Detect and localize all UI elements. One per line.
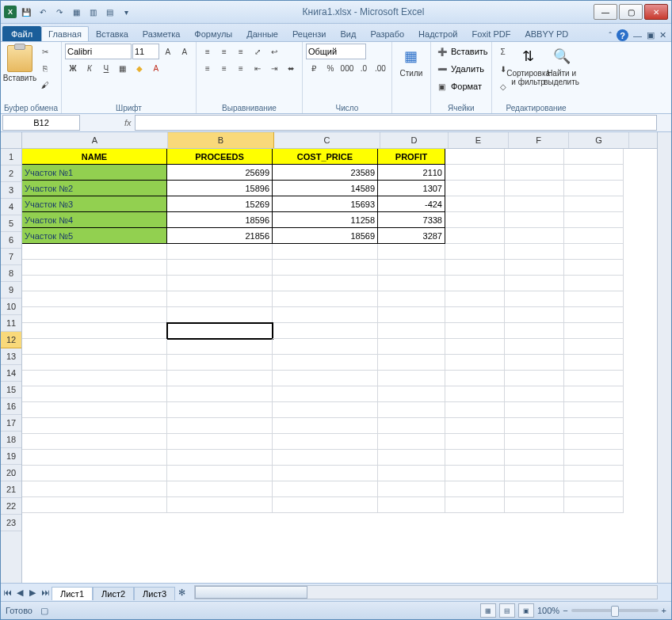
cell[interactable] (564, 244, 624, 260)
cell[interactable] (445, 181, 505, 196)
cell[interactable] (273, 466, 378, 481)
cell[interactable]: 14589 (273, 181, 378, 196)
row-header[interactable]: 18 (1, 432, 21, 448)
cell[interactable] (445, 497, 505, 513)
cell[interactable] (22, 355, 167, 371)
cell[interactable] (167, 276, 273, 291)
row-header[interactable]: 20 (1, 465, 21, 481)
zoom-slider[interactable] (571, 609, 659, 612)
cell[interactable] (167, 291, 273, 307)
cell[interactable] (505, 466, 564, 481)
cell[interactable] (564, 371, 624, 386)
row-header[interactable]: 23 (1, 515, 21, 531)
font-size-combo[interactable]: 11 (132, 44, 159, 59)
cell[interactable] (22, 402, 167, 418)
cell[interactable] (22, 497, 167, 513)
cell[interactable] (564, 497, 624, 513)
redo-icon[interactable]: ↷ (52, 5, 67, 19)
row-header[interactable]: 21 (1, 481, 21, 498)
cell[interactable] (505, 323, 564, 339)
copy-icon[interactable]: ⎘ (37, 60, 53, 76)
cell[interactable] (378, 339, 445, 355)
cell[interactable] (564, 450, 624, 466)
cell[interactable]: 25699 (167, 165, 273, 181)
cell[interactable] (445, 244, 505, 260)
cell[interactable]: 11258 (273, 212, 378, 228)
cell[interactable] (378, 450, 445, 466)
cell[interactable] (564, 418, 624, 434)
cell[interactable]: 1307 (378, 181, 445, 196)
cell[interactable]: -424 (378, 196, 445, 212)
cell[interactable] (22, 276, 167, 291)
cell[interactable] (167, 497, 273, 513)
zoom-level[interactable]: 100% (537, 606, 559, 615)
cell[interactable]: COST_PRICE (273, 149, 378, 165)
close-button[interactable]: ✕ (644, 4, 668, 20)
cell[interactable] (167, 339, 273, 355)
cell[interactable] (505, 307, 564, 323)
cell[interactable] (505, 450, 564, 466)
cell[interactable] (445, 339, 505, 355)
cell[interactable] (505, 339, 564, 355)
cell[interactable] (273, 418, 378, 434)
align-left-icon[interactable]: ≡ (200, 60, 216, 76)
cell[interactable] (445, 165, 505, 181)
cell[interactable] (564, 260, 624, 276)
qat-btn[interactable]: ▦ (69, 5, 83, 19)
view-normal-icon[interactable]: ▦ (480, 603, 496, 618)
cell[interactable] (167, 418, 273, 434)
maximize-button[interactable]: ▢ (619, 4, 643, 20)
tab-formulas[interactable]: Формулы (187, 26, 239, 41)
scroll-thumb[interactable] (195, 586, 307, 599)
cell[interactable] (445, 434, 505, 450)
tab-view[interactable]: Вид (334, 26, 364, 41)
cell[interactable] (378, 481, 445, 497)
cell[interactable] (505, 386, 564, 402)
row-header[interactable]: 5 (1, 215, 21, 232)
cell[interactable] (22, 244, 167, 260)
cell[interactable] (505, 481, 564, 497)
cell[interactable] (167, 386, 273, 402)
cell[interactable] (273, 402, 378, 418)
cell[interactable] (22, 481, 167, 497)
cell[interactable] (22, 466, 167, 481)
cell[interactable] (378, 323, 445, 339)
sheet-tab[interactable]: Лист2 (93, 587, 134, 600)
cell[interactable] (445, 196, 505, 212)
help-icon[interactable]: ? (617, 29, 628, 41)
cell[interactable] (505, 418, 564, 434)
cell[interactable] (564, 181, 624, 196)
cell[interactable] (378, 497, 445, 513)
align-top-icon[interactable]: ≡ (200, 44, 216, 59)
undo-icon[interactable]: ↶ (36, 5, 50, 19)
cell[interactable] (378, 260, 445, 276)
cell[interactable]: 23589 (273, 165, 378, 181)
col-header[interactable]: D (380, 132, 449, 148)
cell[interactable] (167, 450, 273, 466)
col-header[interactable]: C (274, 132, 380, 148)
cell[interactable] (22, 307, 167, 323)
cell[interactable] (273, 386, 378, 402)
styles-button[interactable]: ▦ Стили (395, 44, 427, 78)
cell[interactable] (22, 418, 167, 434)
cell[interactable] (167, 371, 273, 386)
cell[interactable] (167, 355, 273, 371)
cell[interactable] (445, 481, 505, 497)
cell[interactable] (167, 244, 273, 260)
cell[interactable] (505, 228, 564, 244)
cell[interactable] (22, 291, 167, 307)
row-header[interactable]: 16 (1, 398, 21, 415)
cell[interactable] (22, 339, 167, 355)
cell[interactable] (22, 386, 167, 402)
col-header[interactable]: B (168, 132, 274, 148)
tab-review[interactable]: Рецензи (285, 26, 334, 41)
tab-layout[interactable]: Разметка (136, 26, 188, 41)
cell[interactable]: Участок №4 (22, 212, 167, 228)
qat-btn[interactable]: ▥ (86, 5, 100, 19)
tab-insert[interactable]: Вставка (89, 26, 136, 41)
cell[interactable]: Участок №5 (22, 228, 167, 244)
cell[interactable] (273, 260, 378, 276)
doc-close-icon[interactable]: ✕ (659, 30, 666, 40)
tab-file[interactable]: Файл (2, 26, 41, 41)
cell[interactable] (505, 181, 564, 196)
